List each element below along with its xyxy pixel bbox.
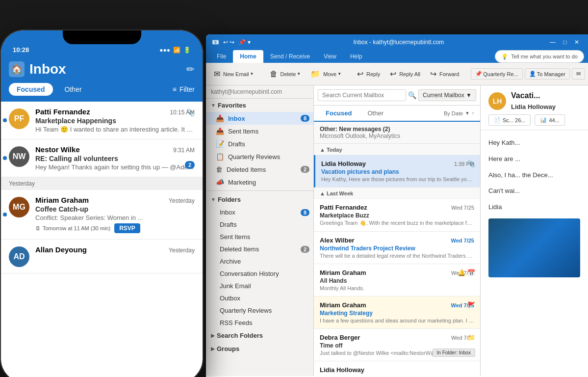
rsvp-button[interactable]: RSVP xyxy=(114,223,140,233)
quarterly-review-quick[interactable]: 📌 Quarterly Re... xyxy=(471,68,523,80)
tab-help[interactable]: Help xyxy=(343,50,369,63)
phone-header: 🏠 Inbox ✏ Focused Other ≡ Filter xyxy=(1,57,203,102)
move-label: Move xyxy=(323,71,336,77)
search-icon[interactable]: 🔍 xyxy=(408,91,416,99)
attachment-2[interactable]: 📊 44... xyxy=(535,114,564,126)
folders-header[interactable]: ▼ Folders xyxy=(206,193,313,206)
phone-mail-item[interactable]: NW Nestor Wilke 9:31 AM RE: Calling all … xyxy=(1,139,203,177)
tab-view[interactable]: View xyxy=(317,50,343,63)
email-item-header: Lidia Holloway 1:39 PM xyxy=(321,160,474,167)
search-folders-header[interactable]: ▶ Search Folders xyxy=(206,329,313,342)
email-sender: Miriam Graham xyxy=(320,301,366,309)
nav-item-marketing[interactable]: 📣 Marketing xyxy=(206,176,313,188)
phone-tab-other[interactable]: Other xyxy=(57,83,90,96)
tab-send-receive[interactable]: Send / Receive xyxy=(263,50,317,63)
phone-mail-content: Miriam Graham Yesterday Coffee Catch-up … xyxy=(35,196,195,233)
wifi-icon: 📶 xyxy=(173,47,180,54)
reply-button[interactable]: ↩ Reply xyxy=(353,66,384,81)
phone-mail-item[interactable]: AD Allan Deyoung Yesterday xyxy=(1,240,203,273)
phone-sender: Patti Fernandez xyxy=(35,108,90,116)
email-sender: Patti Fernandez xyxy=(320,204,367,211)
nav-folder-outbox[interactable]: Outbox xyxy=(206,292,313,304)
favorites-header[interactable]: ▼ Favorites xyxy=(206,99,313,112)
phone-screen: 10:28 ●●● 📶 🔋 🏠 Inbox ✏ Focused Other ≡ xyxy=(1,30,203,377)
nav-folder-conversation[interactable]: Conversation History xyxy=(206,268,313,280)
reply-all-button[interactable]: ↩ Reply All xyxy=(386,66,424,81)
phone-mail-row1: Nestor Wilke 9:31 AM xyxy=(35,145,195,154)
email-item-patti[interactable]: Patti Fernandez Wed 7/25 Marketplace Buz… xyxy=(314,199,480,232)
phone-mail-item[interactable]: PF Patti Fernandez 10:15 AM Marketplace … xyxy=(1,102,203,139)
reading-image xyxy=(488,218,580,277)
phone-mail-item[interactable]: MG Miriam Graham Yesterday Coffee Catch-… xyxy=(1,190,203,240)
nav-item-label: Sent Items xyxy=(216,233,250,241)
nav-item-quarterly[interactable]: 📋 Quarterly Reviews xyxy=(206,150,313,163)
email-icons: 🚩 xyxy=(467,301,475,309)
nav-folder-drafts[interactable]: Drafts xyxy=(206,218,313,231)
phone-tab-focused[interactable]: Focused xyxy=(9,83,53,96)
move-button[interactable]: 📁 Move ▼ xyxy=(307,66,345,81)
new-email-button[interactable]: ✉ New Email ▼ xyxy=(210,66,258,81)
search-input[interactable] xyxy=(318,89,406,101)
groups-header[interactable]: ▶ Groups xyxy=(206,342,313,355)
home-icon: 🏠 xyxy=(9,61,25,77)
email-item-lidia[interactable]: Lidia Holloway 1:39 PM Vacation pictures… xyxy=(314,155,480,188)
nav-folder-rss[interactable]: RSS Feeds xyxy=(206,317,313,329)
nav-folder-archive[interactable]: Archive xyxy=(206,255,313,268)
phone-edit-icon[interactable]: ✏ xyxy=(186,63,195,75)
nav-item-label: Archive xyxy=(216,258,241,265)
email-item-lidia2[interactable]: Lidia Holloway xyxy=(314,361,480,376)
nav-account: kathyt@lucernepubintl.com xyxy=(206,85,313,99)
more-quick[interactable]: ✉ xyxy=(572,68,585,80)
tab-home[interactable]: Home xyxy=(233,50,263,63)
nav-folder-deleted[interactable]: Deleted Items 2 xyxy=(206,243,313,255)
tab-other[interactable]: Other xyxy=(359,106,391,121)
phone-preview: Hi Team 🙂 I wanted to share an interesti… xyxy=(35,126,195,133)
avatar: NW xyxy=(9,146,29,167)
chevron-icon: ▼ xyxy=(211,103,216,108)
email-item-debra[interactable]: Debra Berger Wed 7/25 Time off Just talk… xyxy=(314,329,480,361)
nav-item-sent[interactable]: 📤 Sent Items xyxy=(206,125,313,137)
email-time: Wed 7/25 xyxy=(451,238,475,243)
nav-folder-inbox[interactable]: Inbox 8 xyxy=(206,206,313,218)
email-item-alex[interactable]: Alex Wilber Wed 7/25 Northwind Traders P… xyxy=(314,232,480,264)
window-minimize[interactable]: — xyxy=(547,39,559,46)
nav-item-inbox[interactable]: 📥 Inbox 8 xyxy=(206,112,313,125)
nav-folder-junk[interactable]: Junk Email xyxy=(206,280,313,292)
email-icons: 📎 xyxy=(467,160,475,167)
forward-button[interactable]: ↪ Forward xyxy=(426,66,463,81)
window-close[interactable]: ✕ xyxy=(571,39,582,46)
sent-icon: 📤 xyxy=(216,127,224,135)
flag-icon: 🚩 xyxy=(467,301,475,309)
nav-item-deleted[interactable]: 🗑 Deleted Items 2 xyxy=(206,163,313,176)
email-notification[interactable]: Other: New messages (2) Microsoft Outloo… xyxy=(314,122,480,144)
email-sender: Alex Wilber xyxy=(320,237,355,244)
search-filter-btn[interactable]: Current Mailbox ▼ xyxy=(418,89,476,101)
email-sender: Lidia Holloway xyxy=(320,366,364,374)
nav-item-label: RSS Feeds xyxy=(216,319,252,326)
phone-mail-list: PF Patti Fernandez 10:15 AM Marketplace … xyxy=(1,102,203,273)
phone-inbox-label: Inbox xyxy=(29,61,66,77)
notification-sub: Microsoft Outlook, MyAnalytics xyxy=(320,133,474,139)
chevron-right-icon: ▶ xyxy=(211,333,215,338)
phone-filter-btn[interactable]: ≡ Filter xyxy=(173,85,195,93)
sort-options[interactable]: By Date ▼ ↑ xyxy=(442,106,476,121)
nav-item-drafts[interactable]: 📝 Drafts xyxy=(206,137,313,150)
email-preview: Greetings Team 👋, With the recent buzz i… xyxy=(320,220,474,226)
email-item-miriam-marketing[interactable]: Miriam Graham Wed 7/25 Marketing Strateg… xyxy=(314,296,480,329)
email-item-header: Miriam Graham Wed 7/25 xyxy=(320,269,474,276)
tab-focused[interactable]: Focused xyxy=(318,106,359,122)
avatar: PF xyxy=(9,108,29,129)
nav-folder-quarterly[interactable]: Quarterly Reviews xyxy=(206,304,313,317)
tab-file[interactable]: File xyxy=(210,50,233,63)
nav-item-label: Quarterly Reviews xyxy=(216,307,272,314)
email-icons: 🔔 📅 xyxy=(458,269,475,276)
nav-folder-sent[interactable]: Sent Items xyxy=(206,231,313,243)
window-maximize[interactable]: □ xyxy=(560,39,569,46)
tell-me-input[interactable]: 💡 Tell me what you want to do xyxy=(495,50,584,63)
to-manager-quick[interactable]: 👤 To Manager xyxy=(525,68,570,80)
email-item-miriam-allhands[interactable]: Miriam Graham Wed 7/25 All Hands Monthly… xyxy=(314,264,480,296)
delete-button[interactable]: 🗑 Delete ▼ xyxy=(266,67,305,81)
attachment-1[interactable]: 📄 Sc... 26... xyxy=(488,114,531,126)
outlook-main: kathyt@lucernepubintl.com ▼ Favorites 📥 … xyxy=(206,85,588,376)
phone-subject: Coffee Catch-up xyxy=(35,205,195,213)
